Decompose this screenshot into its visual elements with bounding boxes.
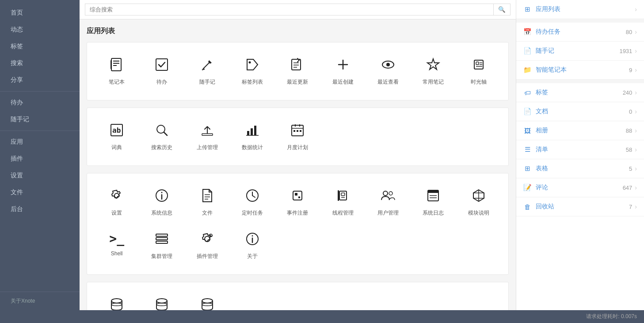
app-users[interactable]: 用户管理 xyxy=(367,182,409,222)
svg-rect-32 xyxy=(254,126,256,135)
right-docs[interactable]: 📄 文档 0 › xyxy=(516,102,644,121)
app-notebook[interactable]: 笔记本 xyxy=(96,51,137,91)
svg-rect-20 xyxy=(476,62,479,65)
app-recent-create[interactable]: 最近创建 xyxy=(322,51,364,91)
app-dict-label: 词典 xyxy=(111,144,122,151)
right-album[interactable]: 🖼 相册 88 › xyxy=(516,121,644,140)
about-xnote-link[interactable]: 关于Xnote xyxy=(0,292,80,310)
right-comment[interactable]: 📝 评论 647 › xyxy=(516,178,644,197)
app-section-system: 设置 系统信息 文件 xyxy=(87,173,509,275)
app-shell-label: Shell xyxy=(111,250,123,257)
app-common-note[interactable]: 常用笔记 xyxy=(412,51,454,91)
app-shell[interactable]: >_ Shell xyxy=(96,226,137,265)
app-monthly[interactable]: 月度计划 xyxy=(277,117,318,157)
app-file[interactable]: 文件 xyxy=(187,182,228,222)
right-table-arrow: › xyxy=(635,165,637,172)
sidebar-item-home[interactable]: 首页 xyxy=(0,4,80,21)
right-comment-arrow: › xyxy=(635,184,637,191)
sidebar-item-apps[interactable]: 应用 xyxy=(0,134,80,150)
app-timeline[interactable]: 时光轴 xyxy=(458,51,499,91)
app-recent-update[interactable]: 最近更新 xyxy=(277,51,318,91)
app-todo[interactable]: 待办 xyxy=(141,51,183,91)
app-cache[interactable]: 缓存管理 xyxy=(141,291,183,310)
svg-rect-51 xyxy=(293,191,302,200)
recent-create-icon xyxy=(335,57,351,75)
app-stats[interactable]: 数据统计 xyxy=(232,117,273,157)
right-smart-count: 9 xyxy=(629,67,632,73)
right-checklist[interactable]: ☰ 清单 58 › xyxy=(516,140,644,159)
app-section-notes: 笔记本 待办 随手记 xyxy=(87,42,509,100)
right-trash[interactable]: 🗑 回收站 7 › xyxy=(516,197,644,216)
app-module[interactable]: 模块说明 xyxy=(458,182,499,222)
shell-icon: >_ xyxy=(109,231,125,247)
right-checklist-label: 清单 xyxy=(536,146,626,154)
app-dict[interactable]: ab 词典 xyxy=(96,117,137,157)
app-taglist[interactable]: 标签列表 xyxy=(232,51,273,91)
app-event[interactable]: 事件注册 xyxy=(277,182,318,222)
svg-point-17 xyxy=(386,63,390,66)
right-app-list[interactable]: ⊞ 应用列表 › xyxy=(516,0,644,19)
right-table[interactable]: ⊞ 表格 5 › xyxy=(516,159,644,178)
search-input[interactable] xyxy=(85,4,494,15)
right-smart-notebook[interactable]: 📁 智能笔记本 9 › xyxy=(516,61,644,80)
app-users-label: 用户管理 xyxy=(377,209,399,217)
app-cluster[interactable]: 集群管理 xyxy=(141,226,183,265)
search-history-icon xyxy=(154,122,170,140)
svg-rect-29 xyxy=(202,134,213,135)
sidebar: 首页 动态 标签 搜索 分享 待办 随手记 应用 插件 设置 文件 后台 关于X… xyxy=(0,0,80,310)
app-cron[interactable]: 定时任务 xyxy=(232,182,273,222)
svg-rect-40 xyxy=(300,130,301,132)
app-search-history-label: 搜索历史 xyxy=(151,144,172,151)
sidebar-item-settings[interactable]: 设置 xyxy=(0,167,80,184)
app-quicknote[interactable]: 随手记 xyxy=(187,51,228,91)
app-plugin-mgmt-label: 插件管理 xyxy=(197,253,218,260)
monthly-icon xyxy=(290,122,305,140)
svg-line-50 xyxy=(252,196,255,197)
sidebar-nav: 首页 动态 标签 搜索 分享 待办 随手记 应用 插件 设置 文件 后台 xyxy=(0,0,80,292)
app-plugin-mgmt[interactable]: 插件管理 xyxy=(187,226,228,265)
sidebar-item-dynamic[interactable]: 动态 xyxy=(0,21,80,38)
app-syslog[interactable]: 系统日志 xyxy=(412,182,454,222)
sidebar-item-admin[interactable]: 后台 xyxy=(0,201,80,218)
sidebar-item-quicknote[interactable]: 随手记 xyxy=(0,111,80,128)
right-quicknote[interactable]: 📄 随手记 1931 › xyxy=(516,42,644,61)
right-album-label: 相册 xyxy=(536,127,626,135)
app-about[interactable]: 关于 xyxy=(232,226,273,265)
app-thread[interactable]: 线程管理 xyxy=(322,182,364,222)
sidebar-item-files[interactable]: 文件 xyxy=(0,184,80,201)
app-grid-db: 数据库 缓存管理 消息队列 xyxy=(96,291,499,310)
sidebar-item-todo[interactable]: 待办 xyxy=(0,94,80,111)
sidebar-divider2 xyxy=(0,131,80,131)
right-table-count: 5 xyxy=(629,165,632,172)
app-cluster-label: 集群管理 xyxy=(151,253,172,260)
sidebar-item-tags[interactable]: 标签 xyxy=(0,38,80,55)
right-quicknote-count: 1931 xyxy=(619,48,632,54)
app-sysinfo[interactable]: 系统信息 xyxy=(141,182,183,222)
app-db[interactable]: 数据库 xyxy=(96,291,137,310)
app-upload[interactable]: 上传管理 xyxy=(187,117,228,157)
common-note-icon xyxy=(425,57,441,75)
sidebar-item-plugins[interactable]: 插件 xyxy=(0,150,80,167)
app-settings[interactable]: 设置 xyxy=(96,182,137,222)
right-album-arrow: › xyxy=(635,127,637,134)
app-settings-label: 设置 xyxy=(111,209,122,217)
app-search-history[interactable]: 搜索历史 xyxy=(141,117,183,157)
app-recent-view[interactable]: 最近查看 xyxy=(367,51,409,91)
app-mq[interactable]: 消息队列 xyxy=(187,291,228,310)
right-divider-0 xyxy=(516,19,644,23)
right-app-list-label: 应用列表 xyxy=(536,5,635,13)
right-tags[interactable]: 🏷 标签 240 › xyxy=(516,83,644,102)
sidebar-item-search[interactable]: 搜索 xyxy=(0,55,80,72)
search-button[interactable]: 🔍 xyxy=(494,4,511,15)
svg-point-74 xyxy=(156,299,167,303)
cluster-icon xyxy=(154,231,170,249)
settings-icon xyxy=(109,188,125,206)
right-todo[interactable]: 📅 待办任务 80 › xyxy=(516,23,644,42)
calendar-icon: 📅 xyxy=(523,28,531,36)
svg-rect-66 xyxy=(156,241,168,243)
plugin-mgmt-icon xyxy=(199,231,215,249)
smart-folder-icon: 📁 xyxy=(523,66,531,74)
right-comment-count: 647 xyxy=(623,185,633,191)
sidebar-item-share[interactable]: 分享 xyxy=(0,72,80,88)
photo-icon: 🖼 xyxy=(523,127,531,135)
